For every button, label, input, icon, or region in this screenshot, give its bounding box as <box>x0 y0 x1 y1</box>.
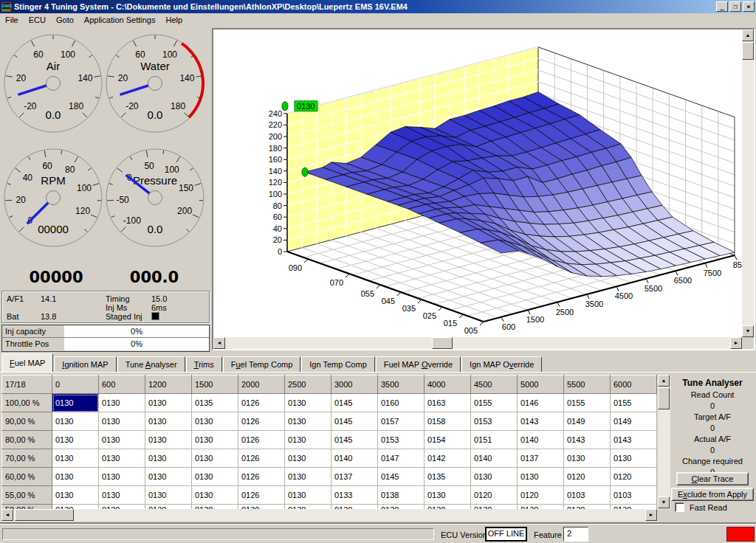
fuel-cell[interactable]: 0149 <box>611 412 657 431</box>
table-scroll-down-icon[interactable]: ▼ <box>658 497 670 508</box>
fuel-cell[interactable]: 0130 <box>192 412 238 431</box>
fuel-cell[interactable]: 0120 <box>518 486 564 505</box>
fuel-cell[interactable]: 0147 <box>378 449 425 468</box>
fuel-cell[interactable]: 0130 <box>425 486 471 505</box>
fuel-cell[interactable]: 0130 <box>611 449 657 468</box>
table-scroll-right-icon[interactable]: ► <box>645 509 657 521</box>
menu-item-application-settings[interactable]: Application Settings <box>79 14 161 26</box>
fuel-cell[interactable]: 0130 <box>518 468 564 486</box>
fuel-cell[interactable]: 0130 <box>145 431 192 449</box>
plot-scroll-up-icon[interactable]: ▲ <box>742 30 754 41</box>
fuel-cell[interactable]: 0130 <box>564 449 611 468</box>
table-horizontal-scrollbar[interactable]: ◄ ► <box>1 509 658 522</box>
minimize-button[interactable]: _ <box>716 1 728 12</box>
fuel-cell[interactable]: 0160 <box>378 394 425 412</box>
fuel-cell[interactable]: 0130 <box>52 394 99 412</box>
table-hscroll-thumb[interactable] <box>15 509 74 521</box>
fuel-cell[interactable]: 0135 <box>192 394 238 412</box>
restore-button[interactable]: ❐ <box>729 1 741 12</box>
fuel-cell[interactable]: 0130 <box>99 412 145 431</box>
tab-fuel-temp-comp[interactable]: Fuel Temp Comp <box>223 356 301 373</box>
fuel-cell[interactable]: 0163 <box>425 394 471 412</box>
fuel-cell[interactable]: 0135 <box>425 468 471 486</box>
fuel-map-3d-chart[interactable]: 0204060801001201401601802002202400050150… <box>213 30 742 337</box>
tab-fuel-map[interactable]: Fuel MAP <box>1 353 53 373</box>
fuel-cell[interactable]: 0126 <box>238 431 285 449</box>
plot-vscroll-thumb[interactable] <box>742 42 754 60</box>
fuel-cell[interactable]: 0157 <box>378 412 425 431</box>
fuel-cell[interactable]: 0130 <box>285 412 331 431</box>
menu-item-file[interactable]: File <box>0 14 24 26</box>
tab-ign-map-override[interactable]: Ign MAP Override <box>461 356 542 373</box>
title-bar[interactable]: EMS Stinger 4 Tuning System - C:\Dokumen… <box>0 0 756 13</box>
fuel-cell[interactable]: 0130 <box>145 412 192 431</box>
menu-item-goto[interactable]: Goto <box>51 14 79 26</box>
fuel-cell[interactable]: 0140 <box>471 449 518 468</box>
fuel-cell[interactable]: 0126 <box>238 412 285 431</box>
fuel-cell[interactable]: 0158 <box>425 412 471 431</box>
fast-read-checkbox[interactable] <box>675 502 684 512</box>
fuel-cell[interactable]: 0149 <box>564 412 611 431</box>
plot-horizontal-scrollbar[interactable]: ◄ ► <box>213 337 742 349</box>
fuel-cell[interactable]: 0130 <box>145 486 192 505</box>
fuel-cell[interactable]: 0143 <box>611 431 657 449</box>
tab-ignition-map[interactable]: Ignition MAP <box>54 356 116 373</box>
table-scroll-up-icon[interactable]: ▲ <box>658 375 670 387</box>
fuel-cell[interactable]: 0143 <box>518 412 564 431</box>
fuel-cell[interactable]: 0130 <box>285 486 331 505</box>
fuel-cell[interactable]: 0130 <box>285 449 331 468</box>
fuel-cell[interactable]: 0130 <box>145 449 192 468</box>
exclude-from-apply-button[interactable]: Exclude from Apply <box>671 488 754 501</box>
fuel-cell[interactable]: 0130 <box>192 468 238 486</box>
table-scroll-left-icon[interactable]: ◄ <box>1 509 13 521</box>
fuel-cell[interactable]: 0130 <box>192 449 238 468</box>
menu-item-help[interactable]: Help <box>160 14 188 26</box>
fuel-cell[interactable]: 0130 <box>99 449 145 468</box>
fuel-cell[interactable]: 0142 <box>425 449 471 468</box>
fuel-cell[interactable]: 0154 <box>425 431 471 449</box>
fuel-cell[interactable]: 0130 <box>52 486 99 505</box>
plot-scroll-right-icon[interactable]: ► <box>730 337 742 349</box>
table-vscroll-thumb[interactable] <box>658 387 670 409</box>
plot-scroll-down-icon[interactable]: ▼ <box>742 325 754 337</box>
fuel-cell[interactable]: 0103 <box>611 486 657 505</box>
fuel-cell[interactable]: 0145 <box>331 431 378 449</box>
fuel-cell[interactable]: 0140 <box>331 449 378 468</box>
fuel-cell[interactable]: 0130 <box>285 431 331 449</box>
fuel-cell[interactable]: 0130 <box>471 468 518 486</box>
plot-hscroll-thumb[interactable] <box>432 337 453 349</box>
fuel-cell[interactable]: 0153 <box>378 431 425 449</box>
fuel-cell[interactable]: 0145 <box>331 412 378 431</box>
fuel-cell[interactable]: 0155 <box>611 394 657 412</box>
fuel-cell[interactable]: 0126 <box>238 468 285 486</box>
fuel-cell[interactable]: 0137 <box>331 468 378 486</box>
fuel-cell[interactable]: 0130 <box>145 468 192 486</box>
tab-trims[interactable]: Trims <box>186 356 222 373</box>
feature-field[interactable]: 2 <box>563 527 588 542</box>
fuel-cell[interactable]: 0146 <box>518 394 564 412</box>
close-button[interactable]: × <box>743 1 755 12</box>
menu-item-ecu[interactable]: ECU <box>24 14 51 26</box>
fuel-cell[interactable]: 0130 <box>99 431 145 449</box>
fuel-cell[interactable]: 0130 <box>145 394 192 412</box>
fuel-cell[interactable]: 0120 <box>611 468 657 486</box>
fuel-cell[interactable]: 0145 <box>378 468 425 486</box>
clear-trace-button[interactable]: Clear Trace <box>676 472 749 485</box>
fuel-cell[interactable]: 0130 <box>52 431 99 449</box>
fuel-cell[interactable]: 0126 <box>238 486 285 505</box>
fuel-cell[interactable]: 0103 <box>564 486 611 505</box>
fuel-cell[interactable]: 0155 <box>471 394 518 412</box>
fuel-cell[interactable]: 0130 <box>99 468 145 486</box>
tab-ign-temp-comp[interactable]: Ign Temp Comp <box>301 356 374 373</box>
tab-fuel-map-override[interactable]: Fuel MAP Override <box>376 356 461 373</box>
fuel-cell[interactable]: 0145 <box>331 394 378 412</box>
fuel-cell[interactable]: 0138 <box>378 486 425 505</box>
fuel-cell[interactable]: 0155 <box>564 394 611 412</box>
tab-tune-analyser[interactable]: Tune Analyser <box>117 356 185 373</box>
fuel-cell[interactable]: 0120 <box>564 468 611 486</box>
fuel-cell[interactable]: 0130 <box>192 431 238 449</box>
plot-scroll-left-icon[interactable]: ◄ <box>213 337 225 349</box>
fuel-cell[interactable]: 0140 <box>518 431 564 449</box>
fuel-cell[interactable]: 0130 <box>52 449 99 468</box>
fuel-cell[interactable]: 0130 <box>285 394 331 412</box>
